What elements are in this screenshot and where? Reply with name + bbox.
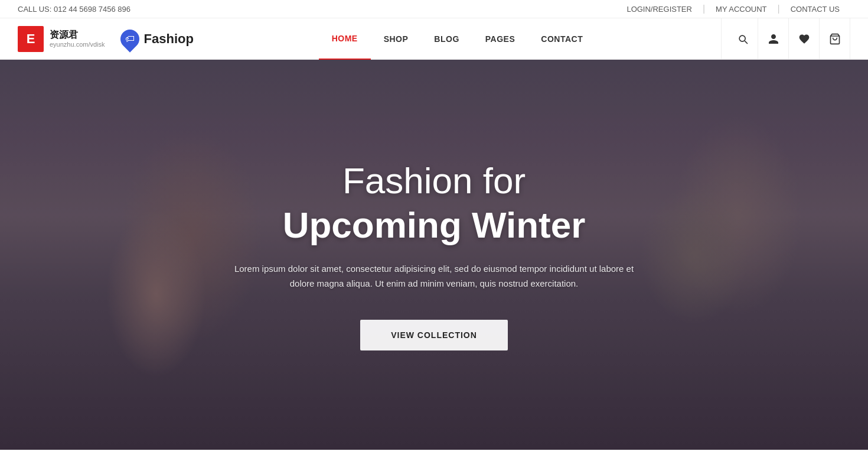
logo-letter-icon: E — [18, 26, 44, 52]
tag-icon: 🏷 — [116, 25, 143, 52]
nav-contact[interactable]: CONTACT — [528, 18, 596, 60]
nav-icons — [721, 18, 850, 60]
view-collection-button[interactable]: View Collection — [360, 320, 508, 350]
nav-home[interactable]: HOME — [319, 18, 371, 60]
nav-shop[interactable]: SHOP — [371, 18, 422, 60]
search-icon — [737, 33, 749, 45]
top-bar: CALL US: 012 44 5698 7456 896 LOGIN/REGI… — [0, 0, 868, 18]
logo[interactable]: E 资源君 eyunzhu.com/vdisk 🏷 Fashiop — [18, 26, 194, 52]
main-navigation: E 资源君 eyunzhu.com/vdisk 🏷 Fashiop HOME S… — [0, 18, 868, 60]
top-bar-right: LOGIN/REGISTER | MY ACCOUNT | CONTACT US — [616, 4, 850, 14]
hero-section: Fashion for Upcoming Winter Lorem ipsum … — [0, 60, 868, 450]
nav-links: HOME SHOP BLOG PAGES CONTACT — [194, 18, 721, 60]
hero-title: Fashion for Upcoming Winter — [283, 159, 586, 247]
hero-subtitle: Lorem ipsum dolor sit amet, consectetur … — [227, 261, 641, 291]
user-icon — [768, 33, 779, 45]
phone-number: CALL US: 012 44 5698 7456 896 — [18, 5, 130, 14]
nav-blog[interactable]: BLOG — [421, 18, 472, 60]
search-button[interactable] — [727, 18, 758, 60]
contact-us-link[interactable]: CONTACT US — [780, 5, 850, 14]
wishlist-button[interactable] — [789, 18, 820, 60]
hero-content: Fashion for Upcoming Winter Lorem ipsum … — [0, 60, 868, 450]
cart-icon — [829, 33, 841, 45]
heart-icon — [798, 33, 810, 45]
nav-pages[interactable]: PAGES — [472, 18, 528, 60]
logo-text: 资源君 eyunzhu.com/vdisk — [50, 29, 105, 48]
shop-logo-group: 🏷 Fashiop — [118, 30, 194, 48]
account-button[interactable] — [758, 18, 789, 60]
shop-name: Fashiop — [144, 31, 194, 47]
cart-button[interactable] — [820, 18, 850, 60]
login-register-link[interactable]: LOGIN/REGISTER — [616, 5, 703, 14]
my-account-link[interactable]: MY ACCOUNT — [705, 5, 777, 14]
